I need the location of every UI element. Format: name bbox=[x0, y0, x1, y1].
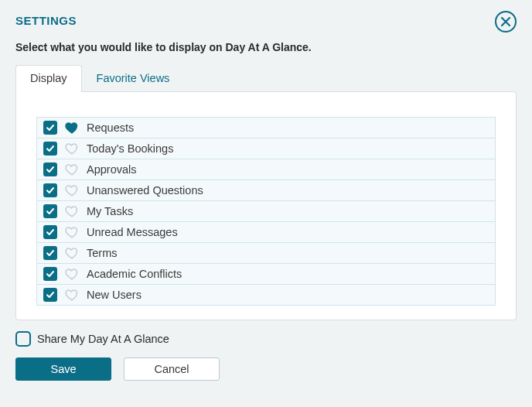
heart-icon bbox=[65, 225, 79, 239]
display-item-row: Requests bbox=[36, 117, 496, 139]
close-button[interactable] bbox=[495, 11, 517, 32]
display-item-row: New Users bbox=[36, 285, 496, 306]
favorite-toggle[interactable] bbox=[65, 162, 79, 176]
heart-icon bbox=[65, 162, 79, 176]
item-label: Unanswered Questions bbox=[87, 184, 203, 197]
heart-icon bbox=[65, 183, 79, 197]
display-item-row: Terms bbox=[36, 243, 496, 264]
favorite-toggle[interactable] bbox=[65, 204, 79, 218]
item-checkbox[interactable] bbox=[43, 121, 57, 135]
item-checkbox[interactable] bbox=[43, 246, 57, 260]
tab-favorite-views[interactable]: Favorite Views bbox=[82, 65, 185, 92]
favorite-toggle[interactable] bbox=[65, 246, 79, 260]
item-label: Requests bbox=[87, 121, 134, 134]
heart-icon bbox=[65, 121, 79, 135]
item-label: Terms bbox=[87, 247, 117, 259]
share-checkbox[interactable] bbox=[15, 331, 31, 347]
favorite-toggle[interactable] bbox=[65, 225, 79, 239]
favorite-toggle[interactable] bbox=[65, 183, 79, 197]
check-icon bbox=[46, 227, 55, 237]
item-label: Unread Messages bbox=[87, 226, 178, 238]
modal-subtitle: Select what you would like to display on… bbox=[15, 41, 517, 53]
item-checkbox[interactable] bbox=[43, 162, 57, 176]
footer-buttons: Save Cancel bbox=[15, 357, 517, 381]
favorite-toggle[interactable] bbox=[65, 142, 79, 156]
check-icon bbox=[46, 165, 55, 174]
heart-icon bbox=[65, 204, 79, 218]
item-checkbox[interactable] bbox=[43, 267, 57, 281]
cancel-button[interactable]: Cancel bbox=[124, 357, 220, 381]
display-panel: RequestsToday's BookingsApprovalsUnanswe… bbox=[15, 91, 517, 320]
check-icon bbox=[46, 207, 55, 216]
display-item-row: Approvals bbox=[36, 159, 496, 180]
heart-icon bbox=[65, 142, 79, 156]
settings-modal: SETTINGS Select what you would like to d… bbox=[0, 0, 532, 407]
display-item-row: Unanswered Questions bbox=[36, 180, 496, 201]
check-icon bbox=[46, 248, 55, 258]
item-checkbox[interactable] bbox=[43, 288, 57, 302]
share-row: Share My Day At A Glance bbox=[15, 331, 517, 347]
close-icon bbox=[501, 17, 510, 26]
modal-title: SETTINGS bbox=[15, 14, 517, 27]
item-checkbox[interactable] bbox=[43, 204, 57, 218]
heart-icon bbox=[65, 288, 79, 302]
check-icon bbox=[46, 144, 55, 153]
favorite-toggle[interactable] bbox=[65, 288, 79, 302]
tab-display[interactable]: Display bbox=[15, 65, 82, 92]
display-item-row: Academic Conflicts bbox=[36, 264, 496, 285]
display-item-row: My Tasks bbox=[36, 201, 496, 222]
share-label: Share My Day At A Glance bbox=[37, 333, 169, 345]
item-checkbox[interactable] bbox=[43, 142, 57, 156]
item-checkbox[interactable] bbox=[43, 225, 57, 239]
display-item-row: Unread Messages bbox=[36, 222, 496, 243]
favorite-toggle[interactable] bbox=[65, 267, 79, 281]
heart-icon bbox=[65, 267, 79, 281]
item-label: Today's Bookings bbox=[87, 142, 173, 155]
item-label: Approvals bbox=[87, 163, 136, 176]
check-icon bbox=[46, 186, 55, 195]
item-label: Academic Conflicts bbox=[87, 268, 182, 280]
save-button[interactable]: Save bbox=[15, 357, 111, 381]
check-icon bbox=[46, 269, 55, 279]
display-item-row: Today's Bookings bbox=[36, 139, 496, 159]
item-checkbox[interactable] bbox=[43, 183, 57, 197]
item-label: My Tasks bbox=[87, 205, 133, 217]
tab-bar: Display Favorite Views bbox=[15, 64, 517, 91]
item-label: New Users bbox=[87, 289, 142, 301]
check-icon bbox=[46, 123, 55, 132]
check-icon bbox=[46, 290, 55, 299]
heart-icon bbox=[65, 246, 79, 260]
favorite-toggle[interactable] bbox=[65, 121, 79, 135]
